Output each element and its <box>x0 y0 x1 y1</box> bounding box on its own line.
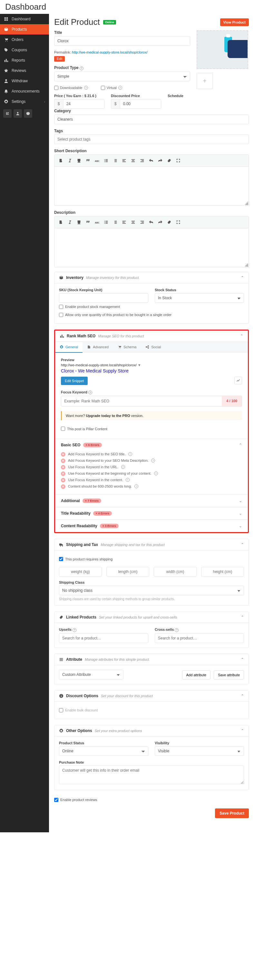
view-product-button[interactable]: View Product <box>220 18 249 26</box>
edit-snippet-button[interactable]: Edit Snippet <box>61 377 88 385</box>
requires-shipping-checkbox[interactable]: This product requires shipping <box>59 555 244 563</box>
linked-header[interactable]: Linked Products Set your linked products… <box>54 612 249 623</box>
align-center-icon[interactable] <box>129 157 137 164</box>
redo-icon[interactable] <box>156 157 164 164</box>
quote-icon[interactable] <box>84 157 92 164</box>
purchase-note-textarea[interactable] <box>59 765 244 784</box>
help-icon[interactable]: ? <box>79 67 84 70</box>
help-icon[interactable]: ? <box>154 471 158 475</box>
sidebar-item-reviews[interactable]: Reviews <box>0 65 49 76</box>
tab-schema[interactable]: Schema <box>113 342 141 353</box>
enable-reviews-checkbox[interactable]: Enable product reviews <box>54 796 249 804</box>
sidebar-item-settings[interactable]: Settings› <box>0 96 49 107</box>
sidebar-item-orders[interactable]: Orders <box>0 35 49 45</box>
tab-general[interactable]: General <box>55 342 83 353</box>
shipping-header[interactable]: Shipping and Tax Manage shipping and tax… <box>54 539 249 550</box>
external-link-button[interactable] <box>3 109 12 118</box>
basic-seo-header[interactable]: Basic SEO× 6 Errors⌃ <box>55 439 248 451</box>
italic-icon[interactable] <box>66 157 74 164</box>
link-icon[interactable] <box>165 218 173 226</box>
link-icon[interactable] <box>165 157 173 164</box>
one-qty-checkbox[interactable]: Allow only one quantity of this product … <box>59 311 244 319</box>
upgrade-banner[interactable]: Want more? Upgrade today to the PRO vers… <box>61 411 242 420</box>
attribute-header[interactable]: Attribute Manage attributes for this sim… <box>54 654 249 665</box>
other-header[interactable]: Other Options Set your extra product opt… <box>54 725 249 737</box>
content-readability-header[interactable]: Content Readability× 3 Errors⌄ <box>55 520 248 532</box>
bold-icon[interactable] <box>57 157 65 164</box>
attribute-select[interactable]: Custom Attribute <box>59 670 124 679</box>
height-input[interactable] <box>201 567 244 577</box>
bold-icon[interactable] <box>57 218 65 226</box>
abc-icon[interactable] <box>93 218 101 226</box>
align-left-icon[interactable] <box>120 218 128 226</box>
help-icon[interactable]: ? <box>128 452 132 456</box>
product-image[interactable] <box>197 30 248 69</box>
ul-icon[interactable] <box>102 157 110 164</box>
cross-sells-input[interactable] <box>155 633 244 643</box>
category-input[interactable] <box>54 115 249 124</box>
save-attribute-button[interactable]: Save attribute <box>214 670 244 679</box>
help-icon[interactable]: ? <box>134 484 138 488</box>
width-input[interactable] <box>154 567 197 577</box>
sidebar-item-announcements[interactable]: Announcements <box>0 86 49 96</box>
sidebar-item-reports[interactable]: Reports <box>0 55 49 65</box>
ol-icon[interactable] <box>111 157 119 164</box>
downloadable-checkbox[interactable]: Downloadable ? <box>54 86 88 90</box>
underline-icon[interactable] <box>75 218 83 226</box>
sidebar-item-withdraw[interactable]: Withdraw <box>0 76 49 86</box>
focus-keyword-input[interactable] <box>61 396 222 406</box>
additional-header[interactable]: Additional× 7 Errors⌄ <box>55 494 248 507</box>
add-image-button[interactable]: + <box>197 73 213 89</box>
visibility-select[interactable]: Visible <box>155 746 244 756</box>
permalink-url[interactable]: http://we-medical-supply-store.local/sho… <box>72 50 148 54</box>
tab-advanced[interactable]: Advanced <box>83 342 113 353</box>
product-type-select[interactable]: Simple <box>54 72 190 81</box>
pillar-checkbox[interactable]: This post is Pillar Content <box>61 425 242 433</box>
profile-button[interactable] <box>14 109 22 118</box>
upsells-input[interactable] <box>59 633 148 643</box>
undo-icon[interactable] <box>147 218 155 226</box>
title-readability-header[interactable]: Title Readability× 4 Errors⌄ <box>55 507 248 520</box>
underline-icon[interactable] <box>75 157 83 164</box>
power-button[interactable] <box>24 109 32 118</box>
discounted-input[interactable] <box>120 99 161 109</box>
ol-icon[interactable] <box>111 218 119 226</box>
ul-icon[interactable] <box>102 218 110 226</box>
trend-icon[interactable] <box>234 377 242 384</box>
title-input[interactable] <box>54 36 190 46</box>
enable-stock-checkbox[interactable]: Enable product stock management <box>59 303 244 311</box>
virtual-checkbox[interactable]: Virtual ? <box>101 86 122 90</box>
sidebar-item-dashboard[interactable]: Dashboard <box>0 14 49 24</box>
sidebar-item-products[interactable]: Products <box>0 24 49 35</box>
weight-input[interactable] <box>59 567 102 577</box>
fullscreen-icon[interactable] <box>175 157 182 164</box>
help-icon[interactable]: ? <box>121 465 125 469</box>
help-icon[interactable]: ? <box>126 478 130 482</box>
align-left-icon[interactable] <box>120 157 128 164</box>
align-right-icon[interactable] <box>138 218 146 226</box>
short-desc-textarea[interactable] <box>54 167 249 205</box>
help-icon[interactable]: ? <box>84 86 88 90</box>
edit-permalink-button[interactable]: Edit <box>54 56 65 62</box>
quote-icon[interactable] <box>84 218 92 226</box>
save-product-button[interactable]: Save Product <box>215 808 249 818</box>
tags-input[interactable] <box>54 134 249 144</box>
inventory-header[interactable]: Inventory Manage inventory for this prod… <box>54 272 249 283</box>
shipping-class-select[interactable]: No shipping class <box>59 585 244 595</box>
price-input[interactable] <box>63 99 105 109</box>
schedule-label[interactable]: Schedule <box>168 94 190 98</box>
undo-icon[interactable] <box>147 157 155 164</box>
rankmath-header[interactable]: Rank Math SEO Manage SEO for this produc… <box>55 331 248 342</box>
stock-status-select[interactable]: In Stock <box>155 293 244 303</box>
fullscreen-icon[interactable] <box>175 218 182 226</box>
tab-social[interactable]: Social <box>141 342 165 353</box>
help-icon[interactable]: ? <box>73 628 76 632</box>
help-icon[interactable]: ? <box>175 628 179 632</box>
discount-header[interactable]: Discount Options Set your discount for t… <box>54 690 249 702</box>
abc-icon[interactable] <box>93 157 101 164</box>
align-center-icon[interactable] <box>129 218 137 226</box>
length-input[interactable] <box>106 567 149 577</box>
align-right-icon[interactable] <box>138 157 146 164</box>
enable-bulk-discount-checkbox[interactable]: Enable bulk discount <box>59 706 244 714</box>
sidebar-item-coupons[interactable]: Coupons <box>0 45 49 55</box>
